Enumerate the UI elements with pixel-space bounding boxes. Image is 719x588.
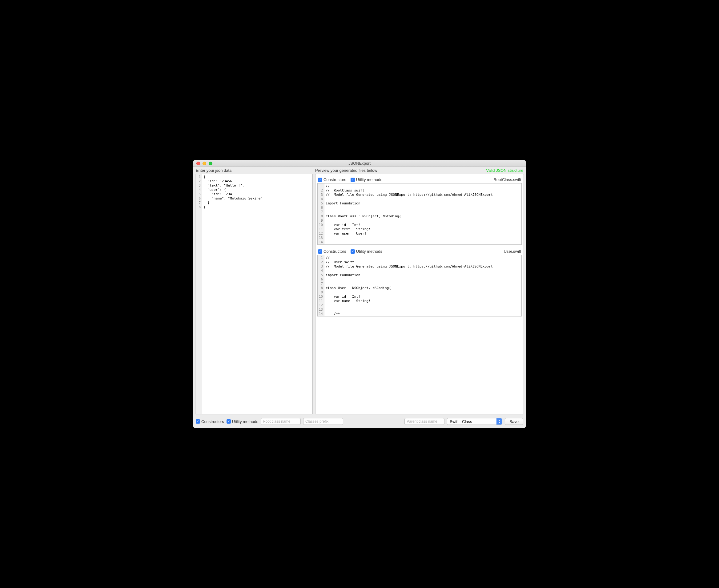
checkmark-icon: ✓ [351,177,355,182]
constructors-label: Constructors [323,249,346,254]
json-code[interactable]: { "id": 123456, "text": "Hello!!", "user… [202,174,312,414]
header-row: Enter your json data Preview your genera… [193,167,526,174]
preview-pane: ✓ Constructors ✓ Utility methods RootCla… [315,174,524,414]
preview-label: Preview your generated files below [315,168,486,173]
traffic-lights [193,162,212,165]
preview-filename: RootClass.swift [493,177,521,182]
line-gutter: 1 2 3 4 5 6 7 8 9 10 11 12 13 14 15 [318,184,324,245]
utility-label: Utility methods [356,177,382,182]
root-class-input[interactable] [261,418,301,425]
footer: ✓ Constructors ✓ Utility methods Swift -… [193,416,526,428]
preview-filename: User.swift [504,249,521,254]
line-gutter: 1 2 3 4 5 6 7 8 9 10 11 12 13 14 15 [318,255,324,316]
footer-constructors-checkbox[interactable]: ✓ Constructors [196,419,224,424]
utility-label: Utility methods [232,419,258,424]
preview-block: ✓ Constructors ✓ Utility methods User.sw… [317,248,522,316]
preview-code[interactable]: 1 2 3 4 5 6 7 8 9 10 11 12 13 14 15 // /… [317,255,522,316]
preview-header: ✓ Constructors ✓ Utility methods RootCla… [317,176,522,183]
json-input-pane[interactable]: 1 2 3 4 5 6 7 8 { "id": 123456, "text": … [195,174,313,414]
language-select[interactable]: Swift - Class ▲▼ [447,418,502,425]
window-title: JSONExport [193,161,526,166]
zoom-icon[interactable] [209,162,212,165]
utility-checkbox[interactable]: ✓ Utility methods [351,249,382,254]
save-label: Save [509,419,519,424]
constructors-label: Constructors [201,419,224,424]
preview-block: ✓ Constructors ✓ Utility methods RootCla… [317,176,522,245]
save-button[interactable]: Save [505,418,523,425]
chevron-updown-icon: ▲▼ [496,418,502,424]
input-label: Enter your json data [196,168,315,173]
generated-code[interactable]: // // User.swift // Model file Generated… [324,255,522,316]
checkmark-icon: ✓ [227,419,231,424]
json-status: Valid JSON structure [486,168,523,173]
parent-class-input[interactable] [404,418,444,425]
utility-checkbox[interactable]: ✓ Utility methods [351,177,382,182]
content: 1 2 3 4 5 6 7 8 { "id": 123456, "text": … [193,174,526,416]
constructors-label: Constructors [323,177,346,182]
preview-header: ✓ Constructors ✓ Utility methods User.sw… [317,248,522,255]
classes-prefix-input[interactable] [303,418,343,425]
constructors-checkbox[interactable]: ✓ Constructors [318,177,346,182]
preview-code[interactable]: 1 2 3 4 5 6 7 8 9 10 11 12 13 14 15 // /… [317,183,522,245]
titlebar: JSONExport [193,160,526,167]
minimize-icon[interactable] [203,162,206,165]
checkmark-icon: ✓ [351,249,355,254]
utility-label: Utility methods [356,249,382,254]
checkmark-icon: ✓ [318,177,322,182]
constructors-checkbox[interactable]: ✓ Constructors [318,249,346,254]
generated-code[interactable]: // // RootClass.swift // Model file Gene… [324,184,522,245]
footer-utility-checkbox[interactable]: ✓ Utility methods [227,419,258,424]
checkmark-icon: ✓ [318,249,322,254]
line-gutter: 1 2 3 4 5 6 7 8 [195,174,202,414]
close-icon[interactable] [196,162,200,165]
checkmark-icon: ✓ [196,419,200,424]
app-window: JSONExport Enter your json data Preview … [193,160,526,428]
language-value: Swift - Class [450,419,472,424]
